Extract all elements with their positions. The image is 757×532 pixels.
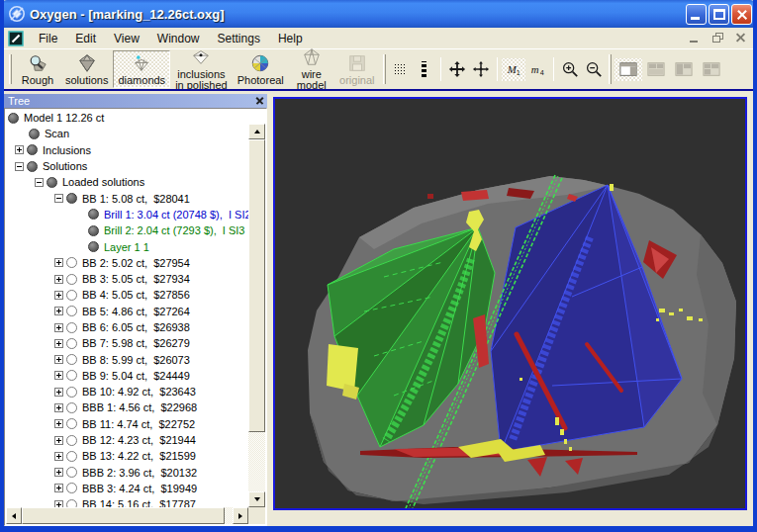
expand-plus-icon[interactable] <box>54 436 63 445</box>
tree-item[interactable]: Model 1 12.26 ct <box>7 110 248 126</box>
tree-item[interactable]: BB 13: 4.22 ct, $21599 <box>7 448 248 464</box>
expand-plus-icon[interactable] <box>54 403 63 412</box>
mdi-close-icon[interactable] <box>732 31 749 45</box>
tree-item-label: BB 6: 6.05 ct, $26938 <box>82 321 190 333</box>
tree-item[interactable]: BB 1: 5.08 ct, $28041 <box>7 190 248 206</box>
layout-split-quad-button[interactable] <box>698 58 725 81</box>
tree-item[interactable]: Inclusions <box>7 142 248 158</box>
mdi-minimize-icon[interactable] <box>687 31 704 45</box>
collapse-minus-icon[interactable] <box>54 194 63 203</box>
menu-file[interactable]: File <box>30 30 66 47</box>
expand-plus-icon[interactable] <box>54 258 63 267</box>
menu-window[interactable]: Window <box>148 30 209 47</box>
m4-button[interactable]: m4 <box>525 58 549 81</box>
solutions-button[interactable]: solutions <box>60 50 113 88</box>
scroll-down-button[interactable] <box>248 491 265 507</box>
wire-model-icon <box>300 47 324 69</box>
pan-alt-button[interactable] <box>469 58 493 81</box>
expand-plus-icon[interactable] <box>54 452 63 461</box>
tree-item[interactable]: BB 6: 6.05 ct, $26938 <box>7 319 248 335</box>
minimize-button[interactable] <box>686 4 707 25</box>
node-circle-icon <box>88 241 99 252</box>
expand-plus-icon[interactable] <box>54 468 63 477</box>
tree-item[interactable]: BBB 1: 4.56 ct, $22968 <box>7 399 248 415</box>
tree-item[interactable]: BB 5: 4.86 ct, $27264 <box>7 304 248 319</box>
tree-item[interactable]: BB 2: 5.02 ct, $27954 <box>7 255 248 271</box>
tree-item[interactable]: BB 4: 5.05 ct, $27856 <box>7 287 248 303</box>
menu-view[interactable]: View <box>105 30 148 47</box>
tree-horizontal-scrollbar[interactable] <box>6 507 248 524</box>
rough-button[interactable]: Rough <box>15 50 60 88</box>
expand-plus-icon[interactable] <box>54 419 63 428</box>
maximize-button[interactable] <box>709 4 729 25</box>
zoom-out-button[interactable] <box>582 58 606 81</box>
tree-item[interactable]: BB 12: 4.23 ct, $21944 <box>7 432 248 448</box>
node-circle-icon <box>66 306 77 316</box>
tree-item[interactable]: Solutions <box>7 158 248 174</box>
tree-item[interactable]: BBB 2: 3.96 ct, $20132 <box>7 465 248 481</box>
toolbar-grip[interactable] <box>609 54 612 84</box>
tree-item[interactable]: BB 14: 5.16 ct, $17787 <box>7 496 248 507</box>
viewport-3d[interactable] <box>273 97 747 510</box>
toolbar: Roughsolutionsdiamondsinclusionsin polis… <box>4 48 753 89</box>
expand-plus-icon[interactable] <box>54 307 63 315</box>
scroll-right-button[interactable] <box>233 507 248 524</box>
expand-plus-icon[interactable] <box>54 291 63 300</box>
panel-close-icon[interactable] <box>255 97 264 106</box>
menu-settings[interactable]: Settings <box>209 30 269 47</box>
m1-button[interactable]: M1 <box>502 58 525 81</box>
scroll-up-button[interactable] <box>248 124 265 139</box>
layout-single-button[interactable] <box>615 58 642 81</box>
tree-item[interactable]: BB 10: 4.92 ct, $23643 <box>7 384 248 399</box>
mdi-restore-icon[interactable] <box>710 31 726 45</box>
expand-plus-icon[interactable] <box>54 275 63 284</box>
vertical-scroll-thumb[interactable] <box>248 139 265 432</box>
expand-plus-icon[interactable] <box>54 388 63 397</box>
toolbar-grip[interactable] <box>383 54 386 84</box>
tree-item[interactable]: BB 3: 5.05 ct, $27934 <box>7 271 248 287</box>
close-button[interactable] <box>731 4 752 25</box>
tree-item[interactable]: Layer 1 1 <box>7 238 248 254</box>
menu-edit[interactable]: Edit <box>66 30 105 47</box>
wire-model-button[interactable]: wiremodel <box>289 50 334 88</box>
expand-plus-icon[interactable] <box>54 339 63 348</box>
tree-item-label: Solutions <box>43 160 87 172</box>
tree-item[interactable]: Scan <box>7 126 248 141</box>
expand-plus-icon[interactable] <box>15 145 24 154</box>
scroll-left-button[interactable] <box>6 507 22 524</box>
expand-plus-icon[interactable] <box>54 371 63 380</box>
layout-split-top-button[interactable] <box>642 58 670 81</box>
expand-plus-icon[interactable] <box>54 323 63 332</box>
original-button[interactable]: original <box>334 50 380 88</box>
diamonds-button[interactable]: diamonds <box>113 50 170 88</box>
tree-item[interactable]: BB 7: 5.98 ct, $26279 <box>7 335 248 351</box>
node-circle-icon <box>66 370 77 381</box>
tree-item[interactable]: Brill 2: 2.04 ct (7293 $), I SI3 <box>7 222 248 238</box>
tree-panel-header[interactable]: Tree <box>4 94 267 108</box>
tree-item[interactable]: Brill 1: 3.04 ct (20748 $), I SI2 <box>7 207 248 222</box>
pan-button[interactable] <box>445 58 469 81</box>
tree-item[interactable]: BBB 3: 4.24 ct, $19949 <box>7 481 248 496</box>
tree-item[interactable]: BB 9: 5.04 ct, $24449 <box>7 368 248 384</box>
tree-item[interactable]: BB 11: 4.74 ct, $22752 <box>7 416 248 432</box>
menu-help[interactable]: Help <box>269 30 312 47</box>
scrollbar-corner <box>248 507 265 524</box>
collapse-minus-icon[interactable] <box>35 178 44 187</box>
photoreal-button[interactable]: Photoreal <box>233 50 289 88</box>
dots-column-button[interactable] <box>413 58 436 81</box>
expand-plus-icon[interactable] <box>54 355 63 364</box>
layout-split-left-button[interactable] <box>670 58 698 81</box>
expand-plus-icon[interactable] <box>54 484 63 492</box>
tree-vertical-scrollbar[interactable] <box>248 124 265 507</box>
collapse-minus-icon[interactable] <box>15 162 24 171</box>
tree-item[interactable]: Loaded solutions <box>7 174 248 190</box>
inclusions-in-polished-button[interactable]: inclusionsin polished <box>170 50 233 88</box>
horizontal-scroll-thumb[interactable] <box>22 507 225 524</box>
expand-plus-icon[interactable] <box>54 500 63 507</box>
toolbar-grip[interactable] <box>9 54 12 84</box>
grid-button[interactable] <box>389 58 413 81</box>
node-circle-icon <box>66 467 77 478</box>
tree-item[interactable]: BB 8: 5.99 ct, $26073 <box>7 351 248 367</box>
zoom-in-button[interactable] <box>558 58 582 81</box>
title-bar[interactable]: Oxygen - [marking_12.26ct.oxg] <box>0 0 757 28</box>
